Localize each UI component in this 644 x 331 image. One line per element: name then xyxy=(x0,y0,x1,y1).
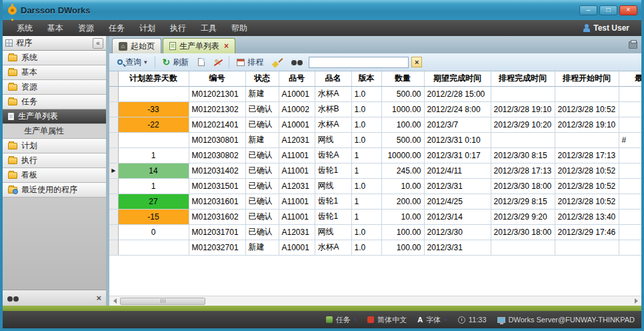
cell-plan-diff-days[interactable] xyxy=(118,86,189,101)
cell-item-name[interactable]: 齿轮1 xyxy=(315,209,351,224)
cell-order-no[interactable]: M012031602 xyxy=(189,209,245,224)
minimize-button[interactable]: – xyxy=(579,5,597,15)
table-row[interactable]: 1M012031501已确认A12031网线1.010.002012/3/312… xyxy=(109,178,641,194)
cell-status[interactable]: 已确认 xyxy=(245,178,279,194)
menu-help[interactable]: 帮助 xyxy=(224,21,255,36)
cell-sched-start-time[interactable]: 2012/3/28 10:52 xyxy=(555,178,619,194)
cell-item-no[interactable]: A12031 xyxy=(279,178,315,194)
row-selector[interactable] xyxy=(109,224,118,240)
header-expected-finish-time[interactable]: 期望完成时间 xyxy=(424,71,491,86)
table-row[interactable]: M012032701新建A10001水杯A1.0100.002012/3/31 xyxy=(109,240,641,255)
pin-icon[interactable] xyxy=(629,41,637,49)
menu-plan[interactable]: 计划 xyxy=(132,21,163,36)
cell-sched-start-time[interactable] xyxy=(555,86,619,101)
cell-quantity[interactable]: 245.00 xyxy=(381,163,424,178)
cell-item-name[interactable]: 水杯A xyxy=(315,117,351,132)
cell-status[interactable]: 已确认 xyxy=(245,163,279,178)
cell-quantity[interactable]: 10000.00 xyxy=(381,147,424,163)
sidebar-collapse-button[interactable]: « xyxy=(93,38,103,49)
tab-production-order-list[interactable]: 生产单列表 × xyxy=(163,38,235,53)
cell-partial[interactable] xyxy=(619,178,641,194)
cell-expected-finish-time[interactable]: 2012/3/7 xyxy=(424,117,491,132)
cell-sched-start-time[interactable]: 2012/3/28 10:52 xyxy=(555,101,619,117)
query-button[interactable]: 查询 ▾ xyxy=(114,55,151,69)
cell-sched-finish-time[interactable]: 2012/3/30 18:00 xyxy=(491,224,555,240)
table-row[interactable]: -22M012021401已确认A10001水杯A1.0100.002012/3… xyxy=(109,117,641,132)
cell-quantity[interactable]: 100.00 xyxy=(381,224,424,240)
cell-sched-finish-time[interactable]: 2012/3/30 18:00 xyxy=(491,178,555,194)
cell-partial[interactable] xyxy=(619,101,641,117)
cell-status[interactable]: 新建 xyxy=(245,240,279,255)
header-quantity[interactable]: 数量 xyxy=(381,71,424,86)
cell-version[interactable]: 1 xyxy=(351,147,381,163)
cell-item-no[interactable]: A11001 xyxy=(279,209,315,224)
cell-quantity[interactable]: 1000.00 xyxy=(381,101,424,117)
cell-expected-finish-time[interactable]: 2012/3/31 xyxy=(424,178,491,194)
menu-tools[interactable]: 工具 xyxy=(193,21,224,36)
cell-status[interactable]: 新建 xyxy=(245,132,279,147)
table-row[interactable]: -15M012031602已确认A11001齿轮1110.002012/3/14… xyxy=(109,209,641,224)
header-item-name[interactable]: 品名 xyxy=(315,71,351,86)
cell-version[interactable]: 1.0 xyxy=(351,132,381,147)
status-language[interactable]: 简体中文 xyxy=(367,315,407,325)
cell-plan-diff-days[interactable]: 1 xyxy=(118,147,189,163)
cell-expected-finish-time[interactable]: 2012/3/31 0:17 xyxy=(424,147,491,163)
cell-sched-finish-time[interactable]: 2012/3/30 8:15 xyxy=(491,147,555,163)
sidebar-item-kanban[interactable]: 看板 xyxy=(3,168,106,183)
cell-item-name[interactable]: 水杯A xyxy=(315,86,351,101)
cell-order-no[interactable]: M012031501 xyxy=(189,178,245,194)
cell-plan-diff-days[interactable] xyxy=(118,132,189,147)
cell-order-no[interactable]: M012021401 xyxy=(189,117,245,132)
cell-plan-diff-days[interactable]: -22 xyxy=(118,117,189,132)
cell-plan-diff-days[interactable] xyxy=(118,240,189,255)
cell-plan-diff-days[interactable]: -15 xyxy=(118,209,189,224)
menu-system[interactable]: 系统 xyxy=(9,21,40,36)
cell-sched-finish-time[interactable] xyxy=(491,240,555,255)
cell-order-no[interactable]: M012021302 xyxy=(189,101,245,117)
cell-version[interactable]: 1 xyxy=(351,209,381,224)
scroll-left-arrow[interactable] xyxy=(109,296,120,306)
cell-sched-finish-time[interactable]: 2012/3/29 9:20 xyxy=(491,209,555,224)
sidebar-item-recent-programs[interactable]: 最近使用的程序 xyxy=(3,183,106,198)
cell-item-no[interactable]: A12031 xyxy=(279,132,315,147)
cell-status[interactable]: 已确认 xyxy=(245,224,279,240)
sidebar-item-system[interactable]: 系统 xyxy=(3,51,106,65)
cell-item-no[interactable]: A10002 xyxy=(279,101,315,117)
header-status[interactable]: 状态 xyxy=(245,71,279,86)
cell-item-name[interactable]: 水杯B xyxy=(315,101,351,117)
cell-status[interactable]: 已确认 xyxy=(245,101,279,117)
cell-order-no[interactable]: M012031601 xyxy=(189,194,245,209)
cell-sched-finish-time[interactable] xyxy=(491,86,555,101)
cell-quantity[interactable]: 500.00 xyxy=(381,86,424,101)
cell-plan-diff-days[interactable]: -33 xyxy=(118,101,189,117)
row-selector[interactable] xyxy=(109,132,118,147)
cell-version[interactable]: 1.0 xyxy=(351,240,381,255)
refresh-button[interactable]: ↻ 刷新 xyxy=(159,55,193,69)
cell-version[interactable]: 1.0 xyxy=(351,86,381,101)
cell-partial[interactable] xyxy=(619,240,641,255)
cell-item-no[interactable]: A10001 xyxy=(279,86,315,101)
cell-sched-finish-time[interactable]: 2012/3/28 19:10 xyxy=(491,101,555,117)
maximize-button[interactable]: □ xyxy=(599,5,617,15)
cell-item-name[interactable]: 齿轮1 xyxy=(315,194,351,209)
schedule-button[interactable]: 排程 xyxy=(233,55,267,69)
cell-quantity[interactable]: 100.00 xyxy=(381,240,424,255)
cell-item-no[interactable]: A12031 xyxy=(279,224,315,240)
cell-quantity[interactable]: 200.00 xyxy=(381,194,424,209)
row-selector[interactable] xyxy=(109,86,118,101)
sidebar-item-execute[interactable]: 执行 xyxy=(3,153,106,168)
menu-basic[interactable]: 基本 xyxy=(40,21,71,36)
scrollbar-thumb[interactable] xyxy=(120,298,205,305)
row-selector[interactable] xyxy=(109,194,118,209)
row-selector[interactable] xyxy=(109,147,118,163)
search-input[interactable] xyxy=(309,57,409,68)
cell-expected-finish-time[interactable]: 2012/4/25 xyxy=(424,194,491,209)
table-row[interactable]: -33M012021302已确认A10002水杯B1.01000.002012/… xyxy=(109,101,641,117)
cell-partial[interactable] xyxy=(619,86,641,101)
table-row[interactable]: M012030801新建A12031网线1.0500.002012/3/31 0… xyxy=(109,132,641,147)
cell-sched-finish-time[interactable]: 2012/3/29 8:15 xyxy=(491,194,555,209)
cell-status[interactable]: 已确认 xyxy=(245,147,279,163)
row-selector[interactable] xyxy=(109,178,118,194)
sidebar-item-plan[interactable]: 计划 xyxy=(3,139,106,153)
cell-expected-finish-time[interactable]: 2012/2/24 8:00 xyxy=(424,101,491,117)
